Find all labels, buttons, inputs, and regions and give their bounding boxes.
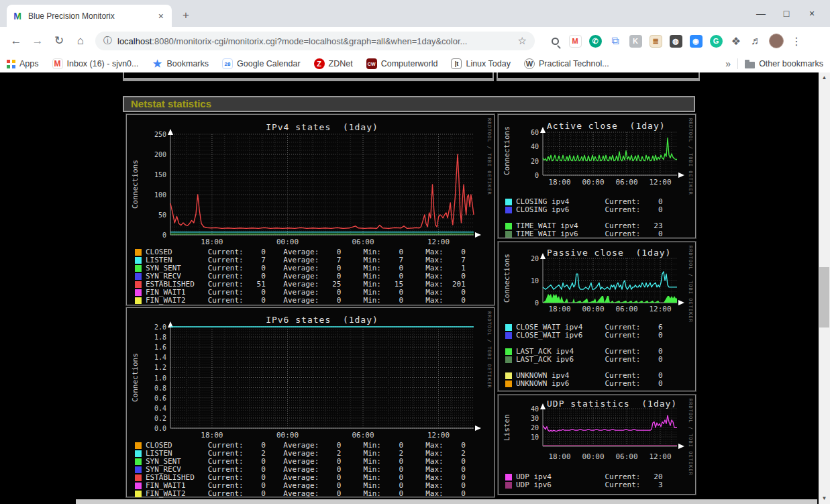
rrdtool-watermark: RRDTOOL / TOBI OETIKER (688, 399, 693, 476)
rrdtool-watermark: RRDTOOL / TOBI OETIKER (688, 118, 693, 195)
scroll-down-button[interactable]: ▼ (819, 493, 830, 504)
bookmark-google-calendar-label: Google Calendar (237, 59, 301, 68)
y-tick-label: 1.4 (137, 354, 166, 361)
url-text: localhost:8080/monitorix-cgi/monitorix.c… (117, 36, 513, 46)
x-tick-label: 12:00 (643, 178, 677, 187)
rrdtool-watermark: RRDTOOL / TOBI OETIKER (486, 311, 492, 389)
tab-close-icon[interactable]: × (156, 11, 166, 21)
legend-swatch (135, 458, 142, 465)
bookmark-computerworld[interactable]: CWComputerworld (366, 58, 438, 69)
copy-pages-icon[interactable]: ⧉ (605, 32, 625, 50)
legend-row: LAST_ACK ipv6 Current: 0 (505, 356, 663, 364)
other-bookmarks-button[interactable]: Other bookmarks (745, 59, 823, 68)
bookmarks-overflow-chevron[interactable]: » (725, 58, 731, 69)
forward-button[interactable]: → (27, 32, 48, 50)
legend-swatch (505, 372, 512, 379)
x-tick-label: 06:00 (346, 238, 380, 246)
bookmark-linux-today-label: Linux Today (466, 59, 511, 68)
legend-text: FIN_WAIT2 Current: 0 Average: 0 Min: 0 M… (146, 490, 466, 498)
browser-tab[interactable]: M Blue Precision Monitorix × (7, 5, 172, 27)
y-tick-label: 0 (137, 232, 166, 239)
x-tick-label: 00:00 (270, 431, 304, 440)
legend-swatch (505, 199, 512, 205)
playlist-icon[interactable]: ♬ (746, 32, 766, 50)
chart-plot (166, 129, 484, 236)
rrdtool-watermark: RRDTOOL / TOBI OETIKER (486, 118, 492, 195)
scroll-up-button[interactable]: ▲ (819, 72, 830, 83)
legend-swatch (135, 249, 142, 256)
y-tick-label: 0.2 (137, 415, 166, 422)
reading-books-icon[interactable]: ≣ (645, 32, 666, 50)
y-tick-label: 60 (509, 129, 539, 136)
zoom-camera-icon[interactable]: ◉ (686, 32, 706, 50)
legend-swatch (505, 332, 512, 339)
disabled-extension-icon[interactable]: K (625, 32, 645, 50)
y-tick-label: 0.6 (137, 395, 166, 402)
bookmarks-separator (737, 58, 738, 69)
browser-titlebar: M Blue Precision Monitorix × + —□× (0, 0, 830, 27)
legend-swatch (505, 231, 512, 238)
y-tick-label: 40 (509, 143, 539, 150)
legend-text: CLOSE_WAIT ipv6 Current: 0 (516, 332, 663, 340)
gmail-icon-glyph: M (569, 35, 582, 48)
minimize-button[interactable]: — (748, 8, 774, 19)
previous-section-box-left (123, 72, 494, 81)
bookmark-google-calendar[interactable]: 28Google Calendar (222, 58, 301, 69)
bookmark-star-icon[interactable]: ☆ (518, 35, 527, 47)
bookmark-zdnet[interactable]: ZZDNet (314, 58, 353, 69)
grammarly-icon[interactable]: G (706, 32, 726, 50)
chart-plot (539, 127, 688, 177)
legend-swatch (135, 450, 142, 457)
x-tick-label: 06:00 (610, 305, 643, 313)
y-tick-label: 0 (509, 299, 539, 307)
previous-section-box-right (497, 72, 700, 81)
close-button[interactable]: × (799, 8, 825, 19)
address-bar[interactable]: ⓘ localhost:8080/monitorix-cgi/monitorix… (95, 32, 535, 50)
bookmark-bookmarks[interactable]: ★Bookmarks (152, 58, 209, 69)
browser-toolbar: ←→↻⌂ ⓘ localhost:8080/monitorix-cgi/moni… (0, 27, 830, 55)
y-tick-label: 1.0 (137, 374, 166, 382)
y-tick-label: 40 (509, 405, 539, 413)
y-tick-label: 1.8 (137, 334, 166, 341)
x-tick-label: 00:00 (576, 178, 610, 187)
browser-menu-icon[interactable]: ⋮ (786, 32, 807, 50)
section-header: Netstat statistics (123, 96, 695, 112)
reload-button[interactable]: ↻ (48, 32, 70, 50)
playlist-icon-glyph: ♬ (751, 35, 762, 47)
legend-swatch (505, 356, 512, 363)
x-tick-label: 00:00 (270, 238, 304, 246)
extensions-puzzle-icon[interactable]: ❖ (726, 32, 746, 50)
keep-extension-icon[interactable]: ◍ (666, 32, 686, 50)
bookmark-apps[interactable]: Apps (7, 59, 39, 68)
keep-extension-icon-glyph: ◍ (670, 35, 682, 48)
folder-icon (745, 62, 755, 68)
voice-extension-icon[interactable]: ✆ (585, 32, 605, 50)
new-tab-button[interactable]: + (177, 7, 195, 24)
y-tick-label: 20 (509, 255, 539, 262)
legend-row: TIME_WAIT ipv6 Current: 0 (505, 230, 663, 238)
bookmark-inbox-label: Inbox (16) - sjvn0... (67, 59, 139, 68)
profile-avatar-glyph (769, 34, 784, 48)
y-axis-label: Connections (131, 134, 140, 235)
y-tick-label: 10 (509, 434, 539, 441)
active-close-graph: Active close (1day)ConnectionsRRDTOOL / … (498, 114, 696, 238)
page-scrollbar[interactable]: ▲ ▼ (819, 72, 830, 504)
scrollbar-thumb[interactable] (819, 267, 829, 327)
bookmark-practical-tech[interactable]: WPractical Technol... (524, 58, 609, 69)
search-icon[interactable] (545, 32, 565, 50)
back-button[interactable]: ← (5, 32, 27, 50)
bookmark-linux-today[interactable]: |tLinux Today (451, 58, 511, 69)
home-button[interactable]: ⌂ (70, 32, 91, 50)
bookmark-inbox[interactable]: MInbox (16) - sjvn0... (52, 58, 139, 69)
bookmark-computerworld-icon: CW (366, 58, 377, 69)
page-info-icon[interactable]: ⓘ (103, 35, 112, 47)
bookmark-google-calendar-icon: 28 (222, 58, 233, 69)
y-axis-label: Connections (503, 132, 511, 175)
x-tick-label: 00:00 (576, 452, 610, 461)
profile-avatar[interactable] (766, 32, 786, 50)
maximize-button[interactable]: □ (774, 8, 799, 19)
legend-row: UDP ipv6 Current: 3 (505, 481, 663, 489)
bookmark-practical-tech-label: Practical Technol... (539, 59, 609, 68)
x-tick-label: 18:00 (195, 431, 229, 440)
gmail-icon[interactable]: M (565, 32, 585, 50)
